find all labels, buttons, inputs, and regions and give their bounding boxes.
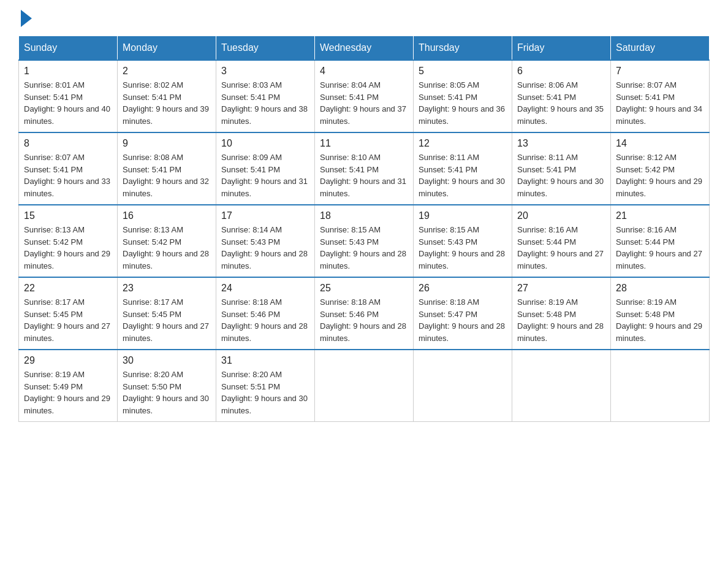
day-info: Sunrise: 8:17 AMSunset: 5:45 PMDaylight:… [123, 296, 211, 344]
day-header-friday: Friday [512, 36, 611, 61]
logo-arrow-icon [21, 10, 32, 27]
calendar-cell: 11Sunrise: 8:10 AMSunset: 5:41 PMDayligh… [315, 132, 414, 205]
calendar-cell: 17Sunrise: 8:14 AMSunset: 5:43 PMDayligh… [216, 205, 315, 277]
calendar-cell: 16Sunrise: 8:13 AMSunset: 5:42 PMDayligh… [118, 205, 216, 277]
day-info: Sunrise: 8:11 AMSunset: 5:41 PMDaylight:… [517, 151, 605, 199]
day-info: Sunrise: 8:16 AMSunset: 5:44 PMDaylight:… [616, 224, 704, 272]
day-info: Sunrise: 8:19 AMSunset: 5:48 PMDaylight:… [517, 296, 605, 344]
calendar-week-row: 22Sunrise: 8:17 AMSunset: 5:45 PMDayligh… [19, 277, 710, 350]
day-number: 24 [221, 283, 309, 294]
day-number: 25 [320, 283, 408, 294]
day-number: 21 [616, 210, 704, 221]
day-number: 1 [24, 66, 112, 77]
calendar-week-row: 29Sunrise: 8:19 AMSunset: 5:49 PMDayligh… [19, 350, 710, 422]
day-info: Sunrise: 8:02 AMSunset: 5:41 PMDaylight:… [123, 79, 211, 127]
day-header-wednesday: Wednesday [315, 36, 414, 61]
calendar-cell: 2Sunrise: 8:02 AMSunset: 5:41 PMDaylight… [118, 60, 216, 132]
day-info: Sunrise: 8:13 AMSunset: 5:42 PMDaylight:… [24, 224, 112, 272]
calendar-table: SundayMondayTuesdayWednesdayThursdayFrid… [18, 36, 710, 422]
day-number: 2 [123, 66, 211, 77]
day-number: 4 [320, 66, 408, 77]
calendar-cell: 14Sunrise: 8:12 AMSunset: 5:42 PMDayligh… [611, 132, 710, 205]
day-info: Sunrise: 8:18 AMSunset: 5:46 PMDaylight:… [221, 296, 309, 344]
calendar-cell: 8Sunrise: 8:07 AMSunset: 5:41 PMDaylight… [19, 132, 118, 205]
calendar-cell: 7Sunrise: 8:07 AMSunset: 5:41 PMDaylight… [611, 60, 710, 132]
day-number: 18 [320, 210, 408, 221]
calendar-cell: 4Sunrise: 8:04 AMSunset: 5:41 PMDaylight… [315, 60, 414, 132]
calendar-cell: 27Sunrise: 8:19 AMSunset: 5:48 PMDayligh… [512, 277, 611, 350]
calendar-cell: 13Sunrise: 8:11 AMSunset: 5:41 PMDayligh… [512, 132, 611, 205]
day-info: Sunrise: 8:19 AMSunset: 5:48 PMDaylight:… [616, 296, 704, 344]
day-number: 6 [517, 66, 605, 77]
day-number: 28 [616, 283, 704, 294]
calendar-cell [611, 350, 710, 422]
day-info: Sunrise: 8:01 AMSunset: 5:41 PMDaylight:… [24, 79, 112, 127]
day-header-thursday: Thursday [414, 36, 512, 61]
logo [18, 12, 32, 23]
calendar-cell: 24Sunrise: 8:18 AMSunset: 5:46 PMDayligh… [216, 277, 315, 350]
day-info: Sunrise: 8:03 AMSunset: 5:41 PMDaylight:… [221, 79, 309, 127]
page-header [18, 12, 710, 23]
day-number: 10 [221, 138, 309, 149]
calendar-cell: 5Sunrise: 8:05 AMSunset: 5:41 PMDaylight… [414, 60, 512, 132]
day-number: 16 [123, 210, 211, 221]
day-info: Sunrise: 8:05 AMSunset: 5:41 PMDaylight:… [419, 79, 507, 127]
calendar-cell: 20Sunrise: 8:16 AMSunset: 5:44 PMDayligh… [512, 205, 611, 277]
day-info: Sunrise: 8:11 AMSunset: 5:41 PMDaylight:… [419, 151, 507, 199]
day-info: Sunrise: 8:16 AMSunset: 5:44 PMDaylight:… [517, 224, 605, 272]
day-number: 31 [221, 355, 309, 366]
day-number: 19 [419, 210, 507, 221]
day-info: Sunrise: 8:07 AMSunset: 5:41 PMDaylight:… [616, 79, 704, 127]
calendar-header-row: SundayMondayTuesdayWednesdayThursdayFrid… [19, 36, 710, 61]
day-info: Sunrise: 8:06 AMSunset: 5:41 PMDaylight:… [517, 79, 605, 127]
day-number: 5 [419, 66, 507, 77]
calendar-cell: 10Sunrise: 8:09 AMSunset: 5:41 PMDayligh… [216, 132, 315, 205]
day-info: Sunrise: 8:17 AMSunset: 5:45 PMDaylight:… [24, 296, 112, 344]
day-number: 22 [24, 283, 112, 294]
day-info: Sunrise: 8:18 AMSunset: 5:46 PMDaylight:… [320, 296, 408, 344]
day-info: Sunrise: 8:10 AMSunset: 5:41 PMDaylight:… [320, 151, 408, 199]
day-header-saturday: Saturday [611, 36, 710, 61]
calendar-cell: 19Sunrise: 8:15 AMSunset: 5:43 PMDayligh… [414, 205, 512, 277]
day-number: 14 [616, 138, 704, 149]
calendar-cell [512, 350, 611, 422]
day-info: Sunrise: 8:20 AMSunset: 5:50 PMDaylight:… [123, 369, 211, 416]
calendar-cell: 9Sunrise: 8:08 AMSunset: 5:41 PMDaylight… [118, 132, 216, 205]
calendar-cell: 28Sunrise: 8:19 AMSunset: 5:48 PMDayligh… [611, 277, 710, 350]
day-header-sunday: Sunday [19, 36, 118, 61]
day-info: Sunrise: 8:08 AMSunset: 5:41 PMDaylight:… [123, 151, 211, 199]
day-number: 23 [123, 283, 211, 294]
day-header-monday: Monday [118, 36, 216, 61]
day-info: Sunrise: 8:12 AMSunset: 5:42 PMDaylight:… [616, 151, 704, 199]
day-number: 13 [517, 138, 605, 149]
day-number: 29 [24, 355, 112, 366]
calendar-cell: 30Sunrise: 8:20 AMSunset: 5:50 PMDayligh… [118, 350, 216, 422]
day-number: 8 [24, 138, 112, 149]
day-number: 15 [24, 210, 112, 221]
day-info: Sunrise: 8:09 AMSunset: 5:41 PMDaylight:… [221, 151, 309, 199]
day-number: 11 [320, 138, 408, 149]
day-number: 7 [616, 66, 704, 77]
calendar-cell: 6Sunrise: 8:06 AMSunset: 5:41 PMDaylight… [512, 60, 611, 132]
calendar-cell: 23Sunrise: 8:17 AMSunset: 5:45 PMDayligh… [118, 277, 216, 350]
calendar-cell: 29Sunrise: 8:19 AMSunset: 5:49 PMDayligh… [19, 350, 118, 422]
calendar-week-row: 8Sunrise: 8:07 AMSunset: 5:41 PMDaylight… [19, 132, 710, 205]
calendar-cell [414, 350, 512, 422]
day-info: Sunrise: 8:15 AMSunset: 5:43 PMDaylight:… [419, 224, 507, 272]
day-number: 3 [221, 66, 309, 77]
day-info: Sunrise: 8:20 AMSunset: 5:51 PMDaylight:… [221, 369, 309, 416]
calendar-cell: 3Sunrise: 8:03 AMSunset: 5:41 PMDaylight… [216, 60, 315, 132]
day-info: Sunrise: 8:04 AMSunset: 5:41 PMDaylight:… [320, 79, 408, 127]
calendar-cell: 12Sunrise: 8:11 AMSunset: 5:41 PMDayligh… [414, 132, 512, 205]
day-number: 9 [123, 138, 211, 149]
day-info: Sunrise: 8:19 AMSunset: 5:49 PMDaylight:… [24, 369, 112, 416]
day-number: 26 [419, 283, 507, 294]
calendar-week-row: 1Sunrise: 8:01 AMSunset: 5:41 PMDaylight… [19, 60, 710, 132]
day-info: Sunrise: 8:18 AMSunset: 5:47 PMDaylight:… [419, 296, 507, 344]
day-info: Sunrise: 8:15 AMSunset: 5:43 PMDaylight:… [320, 224, 408, 272]
calendar-cell: 25Sunrise: 8:18 AMSunset: 5:46 PMDayligh… [315, 277, 414, 350]
calendar-week-row: 15Sunrise: 8:13 AMSunset: 5:42 PMDayligh… [19, 205, 710, 277]
day-info: Sunrise: 8:13 AMSunset: 5:42 PMDaylight:… [123, 224, 211, 272]
calendar-cell: 21Sunrise: 8:16 AMSunset: 5:44 PMDayligh… [611, 205, 710, 277]
day-info: Sunrise: 8:14 AMSunset: 5:43 PMDaylight:… [221, 224, 309, 272]
